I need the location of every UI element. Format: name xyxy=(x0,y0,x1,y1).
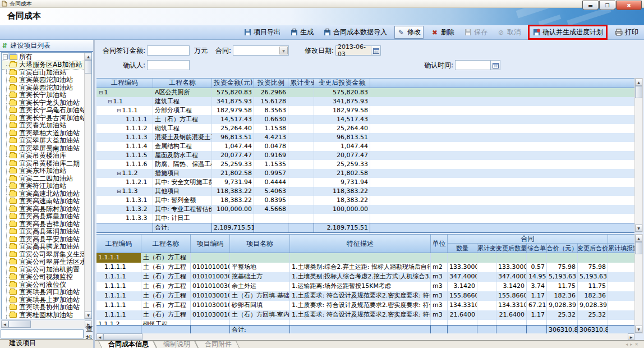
table-row[interactable]: 1.1.1.1土（石）方工程010101001001平整场地1.土壤类别:综合2… xyxy=(96,263,634,272)
scroll-thumb[interactable] xyxy=(85,60,92,74)
scroll-up-icon[interactable]: ▲ xyxy=(635,79,642,86)
cell-after-qty: 155.8660 xyxy=(496,291,527,301)
tab-scroll-controls[interactable]: ◂▸✕ xyxy=(625,342,641,347)
table-row[interactable]: 1.1.1.1土（石）方工程010103001003土（石）方回填-室内1.土质… xyxy=(96,310,634,320)
collapse-icon[interactable]: ⊟ xyxy=(99,90,103,95)
scroll-down-icon[interactable]: ▼ xyxy=(635,326,642,333)
scroll-down-icon[interactable]: ▼ xyxy=(85,312,92,319)
table1-vertical-scrollbar[interactable]: ▲ ▼ xyxy=(634,78,643,232)
table-row[interactable]: 1.1.3.3其中: 计日工 xyxy=(96,214,634,223)
column-header[interactable]: 项目编码 xyxy=(191,235,230,253)
tree-vertical-scrollbar[interactable]: ▲ ▼ xyxy=(84,53,91,319)
table-row[interactable]: 1.1.3.2其中: 专业工程暂估价100,000.004.5668100,00… xyxy=(96,205,634,214)
table-row[interactable]: 1.1.1.2砌筑工程25,264.401.153825,264.40 xyxy=(96,124,634,133)
restore-button[interactable]: ❐ xyxy=(599,1,615,10)
import-button[interactable]: 合同成本数据导入 xyxy=(321,26,389,38)
cell-filler xyxy=(608,263,634,272)
calendar-icon[interactable] xyxy=(491,60,500,70)
scroll-thumb[interactable] xyxy=(635,242,642,254)
column-header[interactable]: 工程编码 xyxy=(96,79,153,88)
table-row[interactable]: ⊟1.1.1分部分项工程182,979.588.3563182,979.58 xyxy=(96,106,634,115)
table-row[interactable]: ⊟1.1.3其他项目118,383.225.4063118,383.22 xyxy=(96,187,634,196)
tab-合同成本信息[interactable]: 合同成本信息 xyxy=(103,341,158,348)
scroll-right-icon[interactable]: ▶ xyxy=(628,333,634,340)
collapse-icon[interactable]: ⊟ xyxy=(117,108,121,113)
chevron-down-icon[interactable]: ▼ xyxy=(279,47,288,54)
column-header[interactable]: 单位 xyxy=(431,235,448,253)
tab-construction-projects[interactable]: 建设项目 xyxy=(4,338,44,348)
contract-amount-input[interactable] xyxy=(147,45,190,56)
collapse-icon[interactable]: − xyxy=(3,54,8,59)
tree-horizontal-scrollbar[interactable]: ◀ ▶ xyxy=(1,320,92,328)
scroll-left-icon[interactable]: ◀ xyxy=(96,333,103,340)
column-header[interactable]: 变更后合价 xyxy=(578,244,608,253)
column-header[interactable]: 特征描述 xyxy=(290,235,431,253)
table-row[interactable]: 1.1.1.1土（石）方工程010103001001土（石）方回填-基础1.土质… xyxy=(96,291,634,301)
print-button[interactable]: 打印 xyxy=(613,26,641,38)
table-row[interactable]: ⊟1.1.2措施项目21,802.580.995721,802.58 xyxy=(96,169,634,178)
table-row[interactable]: ⊟1A区公共厕所575,820.8326.2966575,820.83 xyxy=(96,88,634,97)
column-header[interactable]: 工程名称 xyxy=(153,79,212,88)
confirm-person-input[interactable] xyxy=(147,60,190,70)
table-row[interactable]: 1.1.1.1土（石）方工程010103001002砂卵石回填1.土质要求: 符… xyxy=(96,301,634,310)
table-row[interactable]: 1.1.1.1土（石）方工程010101003001挖基础土方1.土壤类别:投标… xyxy=(96,272,634,282)
column-header[interactable]: 合价（元） xyxy=(547,244,578,253)
scroll-thumb[interactable] xyxy=(8,320,31,328)
table-row[interactable]: 1.1.1.5屋面及防水工程20,077.470.916920,077.47 xyxy=(96,151,634,160)
calendar-icon[interactable] xyxy=(371,45,381,56)
column-header[interactable]: 累计变更金 xyxy=(288,79,314,88)
column-header[interactable]: 变更后数量 xyxy=(496,244,527,253)
collapse-icon[interactable]: ⊟ xyxy=(117,171,121,176)
tab-编制说明[interactable]: 编制说明 xyxy=(158,341,199,348)
column-header[interactable]: 投资比例 xyxy=(254,79,288,88)
scroll-down-icon[interactable]: ▼ xyxy=(635,225,642,232)
column-header[interactable]: 工程名称 xyxy=(141,235,191,253)
search-input[interactable] xyxy=(1,329,84,338)
contract-select[interactable]: ▼ xyxy=(233,45,289,56)
table-row[interactable]: 1.1.2.1其中: 安全文明施工费9,731.940.44449,731.94 xyxy=(96,178,634,187)
window-title: 合同成本 xyxy=(10,0,32,8)
scroll-thumb[interactable] xyxy=(103,333,142,340)
confirm-disk-icon xyxy=(532,29,540,36)
column-header[interactable]: 变更后投资金额 xyxy=(314,79,370,88)
cell-change xyxy=(288,205,314,214)
refresh-icon[interactable]: ⇵ xyxy=(2,42,7,49)
table-row[interactable]: 1.1.3.1其中: 暂列金额18,383.220.839518,383.22 xyxy=(96,196,634,205)
close-button[interactable]: ✖ xyxy=(616,1,642,10)
column-header[interactable]: 综合单 xyxy=(527,244,547,253)
generate-button[interactable]: 生成 xyxy=(288,26,316,38)
delete-button[interactable]: ✖删除 xyxy=(429,26,457,38)
table-row[interactable]: 1.1.1.1土（石）方工程 xyxy=(96,253,634,263)
column-header[interactable]: 项目名称 xyxy=(230,235,290,253)
table-row[interactable]: 1.1.1.6防腐、隔热、保温工程25,259.331.153525,259.3… xyxy=(96,160,634,169)
cancel-button[interactable]: ⊘取消 xyxy=(495,26,523,38)
cell-unit: m3 xyxy=(431,310,448,320)
main-horizontal-scrollbar[interactable]: ◀ ▶ xyxy=(96,333,634,340)
tab-合同附件[interactable]: 合同附件 xyxy=(199,341,241,348)
column-header[interactable]: 数量 xyxy=(448,244,477,253)
table-row[interactable]: 1.1.1.4金属结构工程1,047.440.04781,047.44 xyxy=(96,142,634,151)
printer-icon xyxy=(615,29,623,36)
collapse-icon[interactable]: ⊟ xyxy=(108,99,112,104)
save-button[interactable]: 保存 xyxy=(462,26,490,38)
table2-vertical-scrollbar[interactable]: ▲ ▼ xyxy=(634,234,643,333)
confirm-button[interactable]: 确认并生成进度计划 xyxy=(530,26,605,38)
scroll-up-icon[interactable]: ▲ xyxy=(635,235,642,242)
table-row[interactable]: 1.1.1.2砌筑工程 xyxy=(96,320,634,325)
cell-after-amount: 118,383.22 xyxy=(314,187,370,196)
scroll-up-icon[interactable]: ▲ xyxy=(85,53,92,60)
column-header[interactable]: 投资金额(元) xyxy=(212,79,254,88)
cell-unit: m3 xyxy=(431,291,448,301)
table-row[interactable]: 1.1.1.1土（石）方工程010101003002余土外运1.运输距离:场外运… xyxy=(96,282,634,291)
scroll-thumb[interactable] xyxy=(635,86,642,98)
table-row[interactable]: 1.1.1.3混凝土及钢筋混凝土工程96,813.514.421396,813.… xyxy=(96,133,634,142)
edit-button[interactable]: ✎修改 xyxy=(394,26,424,39)
collapse-icon[interactable]: ⊟ xyxy=(117,189,121,194)
table-row[interactable]: ⊟1.1建筑工程341,875.9315.6128341,875.93 xyxy=(96,97,634,106)
table-row[interactable]: 1.1.1.1土（石）方工程14,517.430.663014,517.43 xyxy=(96,115,634,124)
minimize-button[interactable]: ▬ xyxy=(582,1,599,10)
scroll-left-icon[interactable]: ◀ xyxy=(1,320,8,328)
column-header[interactable]: 累计变 xyxy=(477,244,496,253)
export-button[interactable]: 项目导出 xyxy=(241,26,283,38)
column-header[interactable]: 工程编码 xyxy=(96,235,141,253)
